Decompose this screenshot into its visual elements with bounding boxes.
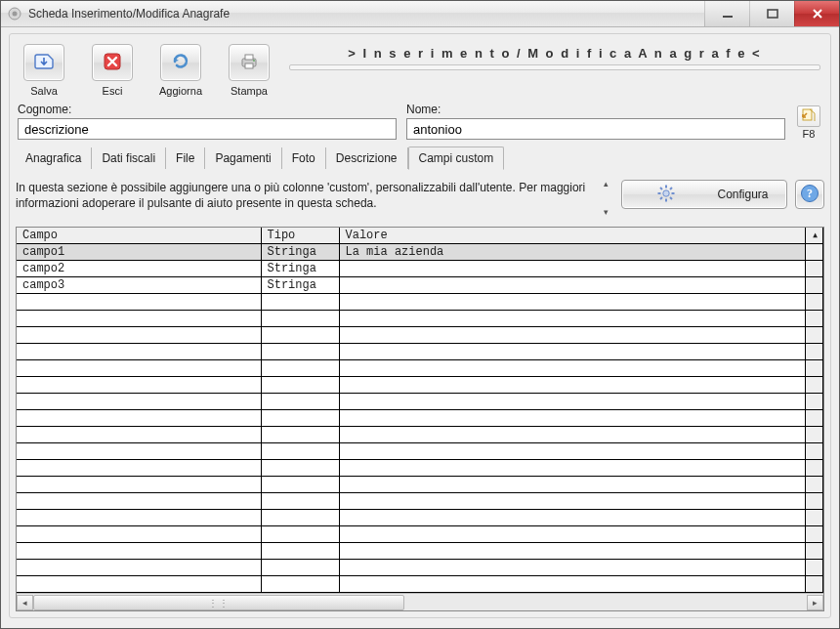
print-icon xyxy=(237,51,261,75)
cognome-field-group: Cognome: xyxy=(18,103,397,140)
refresh-button[interactable] xyxy=(160,44,201,81)
cell-tipo[interactable]: Stringa xyxy=(261,261,339,277)
table-row-empty[interactable] xyxy=(17,294,823,311)
svg-rect-7 xyxy=(245,63,253,68)
scroll-track[interactable]: ⋮⋮ xyxy=(33,595,807,610)
table-row-empty[interactable] xyxy=(17,443,823,460)
cell-valore[interactable] xyxy=(339,261,806,277)
table-row-empty[interactable] xyxy=(17,477,823,493)
help-icon: ? xyxy=(800,184,819,206)
toolbar-row: Salva Esci Aggio xyxy=(16,40,824,99)
toolbar-item-salva: Salva xyxy=(18,44,70,97)
tab-pagamenti[interactable]: Pagamenti xyxy=(205,147,281,169)
tab-descrizione[interactable]: Descrizione xyxy=(326,147,408,169)
tab-campi-custom[interactable]: Campi custom xyxy=(408,147,505,170)
scroll-thumb[interactable]: ⋮⋮ xyxy=(33,595,404,610)
nome-input[interactable] xyxy=(406,118,785,140)
svg-line-15 xyxy=(660,188,662,189)
f8-group: F8 xyxy=(795,105,822,140)
table-row-empty[interactable] xyxy=(17,311,823,327)
close-icon xyxy=(101,51,124,75)
help-button[interactable]: ? xyxy=(795,180,824,209)
svg-rect-9 xyxy=(803,109,812,120)
table-row-empty[interactable] xyxy=(17,327,823,344)
svg-point-10 xyxy=(662,189,668,195)
table-row-empty[interactable] xyxy=(17,394,823,410)
scroll-up-stub[interactable]: ▴ xyxy=(806,228,823,244)
table-row-empty[interactable] xyxy=(17,526,823,543)
svg-text:?: ? xyxy=(807,187,813,200)
tab-anagrafica[interactable]: Anagrafica xyxy=(16,147,92,169)
table-row-empty[interactable] xyxy=(17,460,823,477)
grid-viewport: Campo Tipo Valore ▴ campo1StringaLa mia … xyxy=(17,228,823,593)
toolbar-label: Salva xyxy=(30,85,58,97)
minimize-button[interactable] xyxy=(704,1,749,26)
table-row-empty[interactable] xyxy=(17,344,823,360)
window-title: Scheda Inserimento/Modifica Anagrafe xyxy=(28,1,704,26)
cell-tipo[interactable]: Stringa xyxy=(261,277,339,294)
toolbar-item-stampa: Stampa xyxy=(223,44,275,97)
table-row-empty[interactable] xyxy=(17,560,823,576)
page-title: > I n s e r i m e n t o / M o d i f i c … xyxy=(285,46,824,61)
table-row-empty[interactable] xyxy=(17,493,823,510)
tab-file[interactable]: File xyxy=(166,147,205,169)
cell-valore[interactable] xyxy=(339,277,806,294)
table-row-empty[interactable] xyxy=(17,576,823,593)
horizontal-scrollbar[interactable]: ◂ ⋮⋮ ▸ xyxy=(17,593,823,610)
col-tipo-header[interactable]: Tipo xyxy=(261,228,339,244)
nome-field-group: Nome: xyxy=(406,103,785,140)
app-icon xyxy=(1,1,28,26)
svg-rect-3 xyxy=(768,10,777,18)
table-row[interactable]: campo1StringaLa mia azienda xyxy=(17,244,823,261)
exit-button[interactable] xyxy=(92,44,133,81)
col-campo-header[interactable]: Campo xyxy=(17,228,261,244)
table-row-empty[interactable] xyxy=(17,410,823,427)
maximize-button[interactable] xyxy=(749,1,794,26)
svg-rect-6 xyxy=(245,55,253,60)
print-button[interactable] xyxy=(229,44,270,81)
table-row-empty[interactable] xyxy=(17,377,823,394)
scroll-gutter-cell xyxy=(806,244,823,261)
cognome-label: Cognome: xyxy=(18,103,397,116)
custom-fields-table[interactable]: Campo Tipo Valore ▴ campo1StringaLa mia … xyxy=(17,228,823,593)
col-valore-header[interactable]: Valore xyxy=(339,228,806,244)
cell-campo[interactable]: campo2 xyxy=(17,261,261,277)
cell-valore[interactable]: La mia azienda xyxy=(339,244,806,261)
cell-tipo[interactable]: Stringa xyxy=(261,244,339,261)
toolbar: Salva Esci Aggio xyxy=(16,40,277,99)
table-row-empty[interactable] xyxy=(17,510,823,526)
table-row-empty[interactable] xyxy=(17,543,823,560)
toolbar-label: Esci xyxy=(103,85,123,97)
form-row: Cognome: Nome: F8 xyxy=(16,99,824,142)
scroll-left-arrow[interactable]: ◂ xyxy=(17,595,33,610)
lookup-icon xyxy=(801,107,817,126)
cell-campo[interactable]: campo3 xyxy=(17,277,261,294)
toolbar-item-esci: Esci xyxy=(86,44,139,97)
table-row-empty[interactable] xyxy=(17,427,823,443)
tab-foto[interactable]: Foto xyxy=(282,147,326,169)
configure-label: Configura xyxy=(709,188,777,201)
f8-button[interactable] xyxy=(797,105,820,127)
tab-dati-fiscali[interactable]: Dati fiscali xyxy=(92,147,166,169)
grid-wrapper: Campo Tipo Valore ▴ campo1StringaLa mia … xyxy=(16,227,824,611)
configure-button[interactable]: Configura xyxy=(621,180,787,209)
table-row[interactable]: campo2Stringa xyxy=(17,261,823,277)
table-row[interactable]: campo3Stringa xyxy=(17,277,823,294)
scroll-gutter-cell xyxy=(806,277,823,294)
cognome-input[interactable] xyxy=(18,118,397,140)
table-header-row: Campo Tipo Valore ▴ xyxy=(17,228,823,244)
window-buttons xyxy=(704,1,839,26)
save-icon xyxy=(32,51,56,75)
svg-line-18 xyxy=(660,197,662,199)
gear-icon xyxy=(632,184,699,206)
window-frame: Scheda Inserimento/Modifica Anagrafe xyxy=(0,0,840,629)
save-button[interactable] xyxy=(23,44,64,81)
vertical-spinner[interactable]: ▴ ▾ xyxy=(598,180,613,217)
toolbar-label: Aggiorna xyxy=(159,85,202,97)
svg-line-17 xyxy=(670,188,672,189)
close-button[interactable] xyxy=(794,1,839,26)
f8-label: F8 xyxy=(803,128,816,140)
cell-campo[interactable]: campo1 xyxy=(17,244,261,261)
table-row-empty[interactable] xyxy=(17,360,823,377)
scroll-right-arrow[interactable]: ▸ xyxy=(807,595,823,610)
